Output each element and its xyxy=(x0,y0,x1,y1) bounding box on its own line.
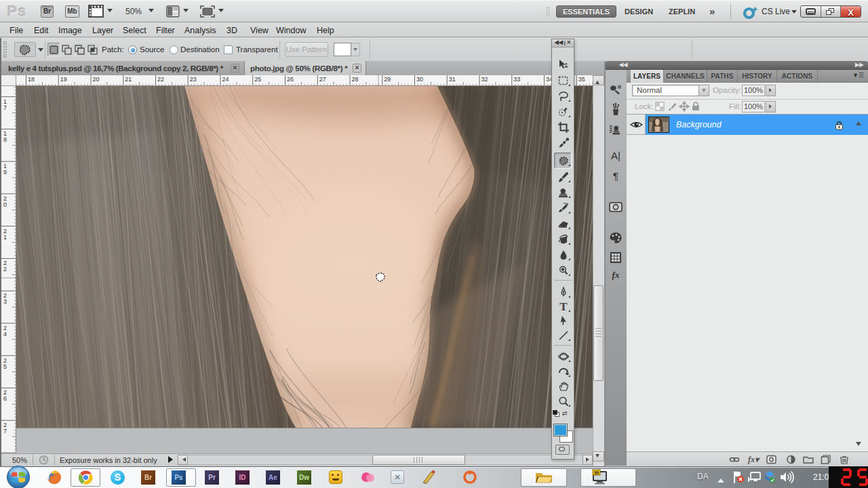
svg-text:5: 5 xyxy=(3,363,7,370)
svg-text:23: 23 xyxy=(190,76,197,83)
svg-text:25: 25 xyxy=(254,76,261,83)
svg-text:19: 19 xyxy=(60,76,67,83)
svg-text:99: 99 xyxy=(594,470,599,475)
svg-text:T: T xyxy=(559,300,568,312)
svg-text:7: 7 xyxy=(3,428,7,434)
svg-text:35: 35 xyxy=(578,76,585,83)
svg-text:2: 2 xyxy=(3,266,7,272)
svg-text:21: 21 xyxy=(125,76,132,83)
svg-text:31: 31 xyxy=(449,76,456,83)
svg-text:30: 30 xyxy=(416,76,423,83)
svg-text:29: 29 xyxy=(384,76,391,83)
svg-text:32: 32 xyxy=(481,76,488,83)
svg-text:24: 24 xyxy=(222,76,229,83)
svg-text:18: 18 xyxy=(28,76,35,83)
svg-text:7: 7 xyxy=(3,104,7,111)
svg-text:28: 28 xyxy=(352,76,359,83)
svg-text:0: 0 xyxy=(3,201,7,208)
svg-text:8: 8 xyxy=(3,136,7,143)
svg-text:6: 6 xyxy=(3,395,7,402)
svg-text:26: 26 xyxy=(287,76,294,83)
svg-text:27: 27 xyxy=(319,76,326,83)
svg-text:4: 4 xyxy=(3,331,7,338)
svg-text:20: 20 xyxy=(93,76,100,83)
svg-text:1: 1 xyxy=(3,234,7,241)
svg-text:33: 33 xyxy=(513,76,520,83)
svg-text:9: 9 xyxy=(3,169,7,176)
svg-text:22: 22 xyxy=(157,76,164,83)
svg-text:3: 3 xyxy=(3,298,7,305)
